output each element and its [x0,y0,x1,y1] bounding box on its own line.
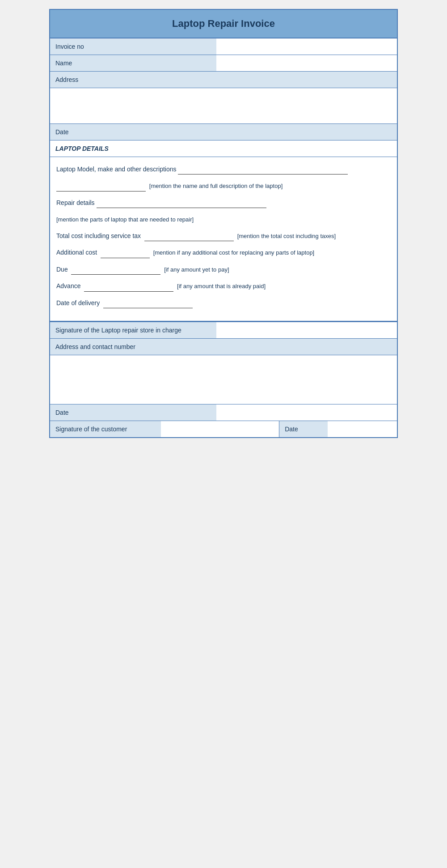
customer-sig-label: Signature of the customer [50,421,161,437]
customer-date-value[interactable] [328,421,397,437]
name-label: Name [50,55,216,71]
due-label: Due [56,266,68,273]
date-bottom-label: Date [50,404,216,421]
advance-bracket: [if any amount that is already paid] [177,283,266,289]
repair-details-field[interactable] [97,198,266,208]
customer-sig-value[interactable] [161,421,279,437]
laptop-details-section: Laptop Model, make and other description… [50,157,397,321]
delivery-date-field[interactable] [103,298,193,308]
laptop-model-label: Laptop Model, make and other description… [56,166,177,173]
laptop-model-field[interactable] [178,164,348,174]
delivery-date-label: Date of delivery [56,299,100,306]
date-bottom-value[interactable] [216,404,397,421]
invoice-no-value[interactable] [216,38,397,55]
total-cost-bracket: [mention the total cost including taxes] [237,233,336,239]
additional-cost-label: Additional cost [56,249,97,256]
due-bracket: [if any amount yet to pay] [164,266,229,273]
date-row: Date [50,124,397,140]
addr-contact-value[interactable] [50,355,397,404]
store-sig-label: Signature of the Laptop repair store in … [50,322,216,338]
laptop-model-field2[interactable] [56,181,146,191]
advance-line: Advance [if any amount that is already p… [56,281,391,291]
total-cost-label: Total cost including service tax [56,232,141,239]
bottom-section: Signature of the Laptop repair store in … [50,321,397,437]
additional-cost-bracket: [mention if any additional cost for repl… [153,249,315,256]
customer-date-label: Date [279,421,328,437]
additional-cost-line: Additional cost [mention if any addition… [56,247,391,258]
laptop-details-label: LAPTOP DETAILS [50,140,397,157]
invoice-no-row: Invoice no [50,38,397,55]
repair-details-line: Repair details [56,198,391,208]
invoice-header: Laptop Repair Invoice [50,10,397,38]
additional-cost-field[interactable] [101,247,150,258]
address-label: Address [50,72,397,88]
laptop-model-bracket: [mention the name and full description o… [149,183,283,189]
invoice-no-label: Invoice no [50,38,216,55]
invoice-title: Laptop Repair Invoice [55,18,392,30]
due-field[interactable] [71,264,160,275]
store-sig-row: Signature of the Laptop repair store in … [50,322,397,339]
name-value[interactable] [216,55,397,71]
address-value[interactable] [50,88,397,124]
total-cost-field[interactable] [144,231,234,241]
customer-sig-row: Signature of the customer Date [50,421,397,437]
name-row: Name [50,55,397,72]
advance-label: Advance [56,282,80,289]
advance-field[interactable] [84,281,173,291]
date-label: Date [50,124,216,140]
laptop-model-bracket-line: [mention the name and full description o… [56,181,391,191]
laptop-model-line: Laptop Model, make and other description… [56,164,391,174]
repair-details-bracket-line: [mention the parts of laptop that are ne… [56,214,391,225]
delivery-date-line: Date of delivery [56,298,391,308]
repair-details-bracket: [mention the parts of laptop that are ne… [56,216,194,223]
store-sig-value[interactable] [216,322,397,338]
invoice-container: Laptop Repair Invoice Invoice no Name Ad… [49,9,398,438]
date-bottom-row: Date [50,404,397,421]
repair-details-label: Repair details [56,199,95,206]
date-value[interactable] [216,124,397,140]
total-cost-line: Total cost including service tax [mentio… [56,231,391,241]
due-line: Due [if any amount yet to pay] [56,264,391,275]
addr-contact-label: Address and contact number [50,339,397,355]
